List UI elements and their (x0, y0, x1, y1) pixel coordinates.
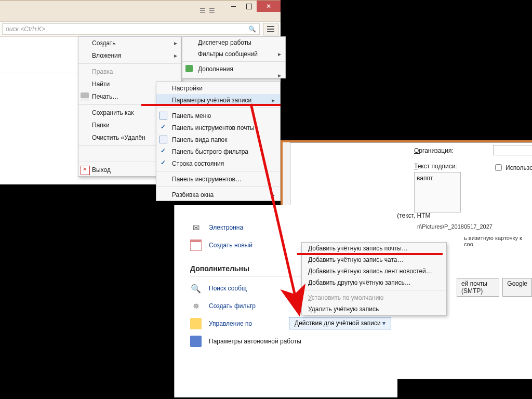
red-highlight-bar (141, 104, 281, 106)
search-placeholder: оиск <Ctrl+K> (6, 25, 45, 33)
use-html-checkbox[interactable]: Использов (493, 163, 532, 172)
signature-textarea[interactable]: ваппт (414, 172, 461, 212)
menu-status-bar[interactable]: Строка состояния (156, 157, 280, 169)
smtp-button[interactable]: ей почты (SMTP) (457, 278, 499, 297)
offline-icon (190, 336, 202, 347)
app-menu-button[interactable] (263, 23, 278, 35)
menu-addons[interactable]: Дополнения (182, 63, 285, 75)
vcard-note: ь визитную карточку к соо (464, 235, 532, 247)
menu-separator (302, 290, 446, 290)
titlebar-doc-icons: ☰ ☰ (200, 7, 215, 15)
calendar-icon (190, 240, 202, 251)
submenu-options: Настройки Параметры учётной записи▸ Пане… (156, 82, 281, 201)
menu-folder-view-panel[interactable]: Панель вида папок (156, 134, 280, 145)
search-icon: 🔍 (248, 25, 256, 33)
google-button[interactable]: Google (502, 278, 532, 297)
menu-message-filters[interactable]: Фильтры сообщений▸ (182, 48, 285, 60)
toolbar: оиск <Ctrl+K> 🔍 (0, 21, 281, 37)
menu-separator (156, 187, 280, 187)
red-highlight-bar (297, 253, 443, 255)
filter-icon (190, 300, 202, 312)
folder-icon (190, 318, 202, 329)
menu-create[interactable]: Создать▸ (78, 37, 181, 49)
add-other-account[interactable]: Добавить другую учётную запись… (302, 277, 446, 288)
add-mail-account[interactable]: Добавить учётную запись почты… (302, 243, 446, 254)
window-close-button[interactable] (257, 1, 281, 12)
calendar-icon: ☰ (200, 7, 206, 15)
signature-file-path: n\Pictures\P_20180517_2027 (417, 223, 532, 230)
calendar-icon: ☰ (209, 7, 215, 15)
menu-toolbars[interactable]: Панель инструментов… (156, 173, 280, 185)
organization-label: Организация: (414, 147, 454, 154)
menu-separator (156, 171, 280, 171)
spacer: ▸ (182, 75, 285, 78)
welcome-email-link[interactable]: Электронна (190, 222, 382, 233)
menu-mail-toolbar[interactable]: Панель инструментов почты (156, 122, 280, 134)
menu-window-split[interactable]: Разбивка окна▸ (156, 189, 280, 201)
welcome-offline-link[interactable]: Параметры автономной работы (190, 336, 382, 347)
chevron-right-icon: ▸ (272, 191, 275, 198)
add-chat-account[interactable]: Добавить учётную запись чата… (302, 254, 446, 265)
menu-attachments[interactable]: Вложения▸ (78, 49, 181, 62)
chevron-right-icon: ▸ (174, 39, 177, 47)
menu-separator (156, 108, 280, 108)
menu-separator (182, 61, 285, 62)
account-actions-button[interactable]: Действия для учётной записи (289, 317, 391, 329)
titlebar: ☰ ☰ (0, 1, 281, 21)
menu-separator (78, 63, 181, 64)
search-icon (190, 283, 202, 294)
menu-quick-filter-panel[interactable]: Панель быстрого фильтра (156, 145, 280, 157)
mail-icon (190, 222, 202, 233)
add-feed-account[interactable]: Добавить учётную запись лент новостей… (302, 265, 446, 277)
chevron-right-icon: ▸ (278, 72, 281, 79)
menu-menubar[interactable]: Панель меню (156, 110, 280, 122)
signature-text-label: Текст подписи: (414, 163, 457, 170)
menu-dispatcher[interactable]: Диспетчер работы (182, 37, 285, 48)
menu-edit: Правка (78, 65, 181, 78)
window-maximize-button[interactable] (241, 1, 257, 12)
search-input[interactable]: оиск <Ctrl+K> 🔍 (2, 23, 260, 35)
set-default-account: Установить по умолчанию (302, 292, 446, 303)
window-minimize-button[interactable] (225, 1, 241, 12)
menu-settings[interactable]: Настройки (156, 82, 280, 94)
background-black (0, 205, 174, 399)
chevron-right-icon: ▸ (174, 52, 177, 59)
delete-account[interactable]: Удалить учётную запись (302, 303, 446, 315)
organization-input[interactable] (493, 145, 532, 155)
chevron-right-icon: ▸ (278, 50, 281, 58)
chevron-right-icon: ▸ (272, 97, 275, 104)
submenu-tools: Диспетчер работы Фильтры сообщений▸ Допо… (182, 36, 286, 78)
